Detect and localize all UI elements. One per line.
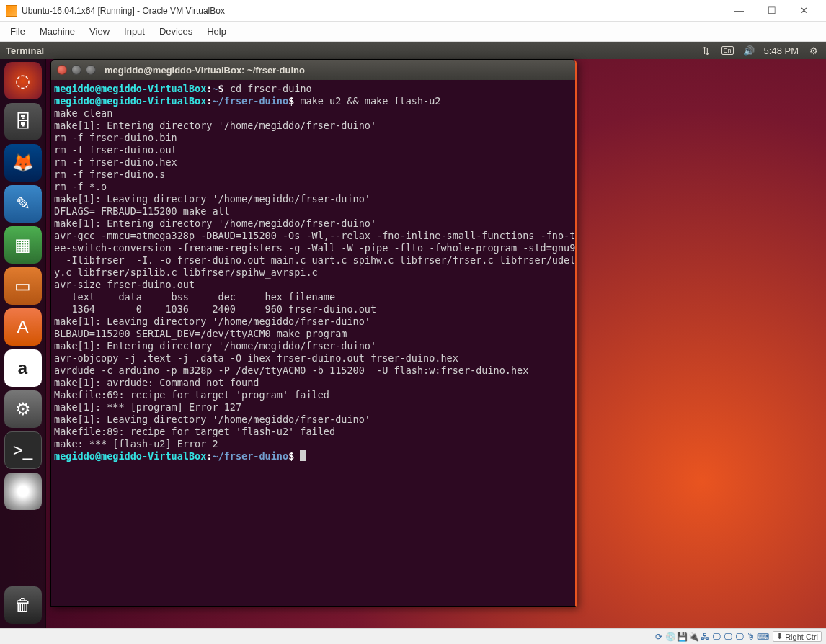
vbox-status-icon-3[interactable]: 🔌: [688, 631, 699, 643]
vbox-status-icon-1[interactable]: 💿: [665, 631, 676, 643]
calc-icon-glyph: ▦: [14, 235, 31, 255]
vbox-status-icon-2[interactable]: 💾: [676, 631, 688, 643]
terminal-icon[interactable]: >_: [4, 431, 42, 469]
vbox-titlebar: Ubuntu-16.04.1x64 [Running] - Oracle VM …: [0, 0, 826, 22]
files-icon[interactable]: 🗄: [4, 103, 42, 140]
settings-icon[interactable]: ⚙: [4, 390, 42, 428]
vbox-status-icon-4[interactable]: 🖧: [699, 631, 711, 643]
vbox-status-icon-5[interactable]: 🖵: [711, 631, 722, 643]
dash-icon-glyph: ◌: [15, 71, 30, 91]
terminal-minimize-button[interactable]: [71, 65, 81, 75]
close-button[interactable]: ✕: [788, 1, 820, 21]
vbox-title: Ubuntu-16.04.1x64 [Running] - Oracle VM …: [22, 6, 723, 16]
calc-icon[interactable]: ▦: [4, 226, 42, 264]
software-icon[interactable]: A: [4, 308, 42, 346]
writer-icon[interactable]: ✎: [4, 185, 42, 223]
menu-input[interactable]: Input: [118, 24, 151, 39]
firefox-icon[interactable]: 🦊: [4, 144, 42, 182]
ubuntu-topbar: Terminal ⇅ En 🔊 5:48 PM ⚙: [0, 42, 826, 59]
menu-devices[interactable]: Devices: [154, 24, 198, 39]
amazon-icon-glyph: a: [18, 358, 27, 378]
network-indicator-icon[interactable]: ⇅: [700, 44, 713, 57]
vbox-status-icon-0[interactable]: ⟳: [653, 631, 665, 643]
terminal-icon-glyph: >_: [13, 440, 32, 460]
terminal-titlebar[interactable]: megiddo@megiddo-VirtualBox: ~/frser-duin…: [51, 60, 575, 80]
arrow-down-icon: ⬇: [776, 632, 783, 641]
unity-launcher: ◌🗄🦊✎▦▭Aa⚙>_🗑: [0, 59, 46, 628]
files-icon-glyph: 🗄: [14, 112, 32, 132]
guest-display: Terminal ⇅ En 🔊 5:48 PM ⚙ ◌🗄🦊✎▦▭Aa⚙>_🗑 m…: [0, 42, 826, 628]
menu-machine[interactable]: Machine: [34, 24, 81, 39]
vbox-status-icon-8[interactable]: 🖰: [745, 631, 757, 643]
terminal-close-button[interactable]: [57, 65, 67, 75]
impress-icon[interactable]: ▭: [4, 267, 42, 305]
writer-icon-glyph: ✎: [16, 194, 30, 214]
vbox-status-icon-9[interactable]: ⌨: [757, 631, 768, 643]
terminal-cursor: [300, 450, 306, 461]
vbox-status-icon-6[interactable]: 🖵: [722, 631, 734, 643]
impress-icon-glyph: ▭: [14, 276, 31, 296]
vbox-status-icon-7[interactable]: 🖵: [734, 631, 745, 643]
active-app-name: Terminal: [6, 45, 700, 56]
sound-indicator-icon[interactable]: 🔊: [742, 44, 755, 57]
menu-file[interactable]: File: [4, 24, 31, 39]
terminal-window[interactable]: megiddo@megiddo-VirtualBox: ~/frser-duin…: [50, 59, 577, 607]
terminal-maximize-button[interactable]: [86, 65, 96, 75]
settings-icon-glyph: ⚙: [15, 399, 31, 419]
virtualbox-icon: [6, 5, 17, 17]
keyboard-language-indicator[interactable]: En: [721, 46, 734, 55]
clock[interactable]: 5:48 PM: [764, 45, 799, 56]
system-menu-icon[interactable]: ⚙: [807, 44, 820, 57]
maximize-button[interactable]: ☐: [755, 1, 788, 21]
minimize-button[interactable]: —: [723, 1, 755, 21]
software-icon-glyph: A: [17, 317, 28, 337]
firefox-icon-glyph: 🦊: [12, 153, 34, 173]
dash-icon[interactable]: ◌: [4, 62, 42, 99]
host-key-label: Right Ctrl: [785, 632, 818, 641]
menu-help[interactable]: Help: [201, 24, 232, 39]
disc-icon[interactable]: [4, 473, 42, 510]
trash-icon[interactable]: 🗑: [4, 586, 42, 624]
vbox-menubar: FileMachineViewInputDevicesHelp: [0, 22, 826, 42]
vbox-statusbar: ⟳💿💾🔌🖧🖵🖵🖵🖰⌨ ⬇ Right Ctrl: [0, 628, 826, 644]
menu-view[interactable]: View: [84, 24, 115, 39]
virtualbox-window: Ubuntu-16.04.1x64 [Running] - Oracle VM …: [0, 0, 826, 644]
amazon-icon[interactable]: a: [4, 349, 42, 387]
terminal-title: megiddo@megiddo-VirtualBox: ~/frser-duin…: [105, 65, 305, 76]
terminal-body[interactable]: megiddo@megiddo-VirtualBox:~$ cd frser-d…: [51, 80, 575, 606]
host-key-indicator: ⬇ Right Ctrl: [773, 631, 822, 642]
